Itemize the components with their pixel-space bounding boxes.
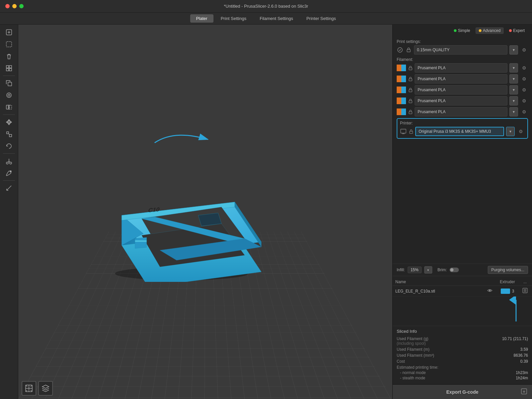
3d-model[interactable]: C10 [95,142,278,282]
infill-value[interactable]: 15% [408,267,422,273]
svg-rect-6 [6,69,9,71]
tab-plater[interactable]: Plater [190,14,213,23]
sliced-val-filament-g: 10.71 (211.71) [502,336,528,346]
printer-dropdown[interactable]: ▾ [506,127,515,136]
brim-toggle[interactable] [450,268,459,272]
svg-rect-5 [9,66,12,68]
sliced-key-filament-mm3: Used Filament (mm³) [397,353,434,358]
svg-rect-51 [407,50,410,52]
measure-btn[interactable] [2,182,16,194]
filament-5-gear[interactable]: ⚙ [520,108,528,116]
brim-label: Brim: [438,268,447,272]
svg-line-16 [9,134,9,134]
filament-5-dropdown[interactable]: ▾ [509,107,518,116]
move-btn[interactable] [2,116,16,128]
filament-1-dropdown[interactable]: ▾ [509,63,518,73]
filament-1-value[interactable]: Prusament PLA [415,63,507,73]
add-object-btn[interactable] [2,27,16,38]
mirror-btn[interactable] [2,101,16,113]
tab-print-settings[interactable]: Print Settings [215,14,252,23]
filament-3-value[interactable]: Prusament PLA [415,85,507,95]
window-title: *Untitled - PrusaSlicer-2.6.0 based on S… [224,4,308,9]
expert-mode-btn[interactable]: Expert [506,27,528,34]
simple-mode-btn[interactable]: Simple [451,27,473,34]
print-settings-dropdown[interactable]: ▾ [509,45,518,55]
filament-2-value[interactable]: Prusament PLA [415,74,507,84]
object-row-1[interactable]: LEG_ELE_R_C10a.stl 3 [393,286,532,297]
printer-lock-icon [409,128,413,135]
filament-swatch-1 [397,65,406,71]
separator-1 [3,76,15,76]
svg-marker-39 [198,213,221,226]
print-settings-gear[interactable]: ⚙ [520,46,528,54]
eye-icon[interactable] [487,288,492,294]
tab-printer-settings[interactable]: Printer Settings [300,14,342,23]
sliced-info: Sliced Info Used Filament (g)(including … [393,326,532,384]
filament-4-gear[interactable]: ⚙ [520,97,528,105]
object-visibility[interactable] [485,288,494,294]
object-settings-icon[interactable] [522,288,528,294]
filament-lock-1 [408,65,413,71]
filament-4-value[interactable]: Prusament PLA [415,96,507,105]
object-name: LEG_ELE_R_C10a.stl [395,289,485,294]
printer-gear[interactable]: ⚙ [517,127,525,135]
sliced-info-title: Sliced Info [397,329,528,334]
object-more[interactable] [521,288,529,294]
tab-filament-settings[interactable]: Filament Settings [254,14,299,23]
filament-row-5: Prusament PLA ▾ ⚙ [397,107,528,116]
minimize-button[interactable] [12,4,17,8]
sliced-val-filament-m: 3.59 [520,347,528,352]
svg-point-18 [10,162,12,164]
print-settings-value[interactable]: 0.15mm QUALITY [414,45,507,55]
sliced-val-cost: 0.39 [520,359,528,364]
expert-dot [509,29,512,32]
filament-row-1: Prusament PLA ▾ ⚙ [397,63,528,73]
instance-btn[interactable] [2,90,16,101]
purging-volumes-btn[interactable]: Purging volumes... [488,266,528,274]
filament-3-gear[interactable]: ⚙ [520,86,528,94]
export-gcode-bar[interactable]: Export G-code [393,384,532,399]
filament-5-value[interactable]: Prusament PLA [415,107,507,116]
svg-marker-49 [42,385,49,388]
filament-lock-5 [408,108,413,115]
printer-value[interactable]: Original Prusa i3 MK3S & MK3S+ MMU3 [415,127,504,136]
infill-dropdown[interactable]: ▾ [424,266,432,274]
scale-btn[interactable] [2,128,16,140]
svg-line-23 [7,186,11,190]
object-list-header: Name Extruder ... [393,278,532,286]
viewport[interactable]: C10 [18,25,392,399]
sliced-key-filament-m: Used Filament (m) [397,347,430,352]
filament-3-dropdown[interactable]: ▾ [509,85,518,95]
object-extruder[interactable]: 3 [494,289,521,294]
sliced-row-cost: Cost 0.39 [397,359,528,364]
filament-1-gear[interactable]: ⚙ [520,64,528,72]
svg-point-22 [10,171,11,172]
close-button[interactable] [5,4,10,8]
svg-rect-8 [8,82,12,86]
printer-label: Printer: [400,121,525,125]
svg-rect-37 [135,237,147,248]
export-gcode-label: Export G-code [446,389,478,395]
advanced-dot [479,29,481,32]
cut-btn[interactable] [2,155,16,167]
print-settings-row: 0.15mm QUALITY ▾ ⚙ [397,45,528,55]
main-area: C10 [0,25,532,399]
maximize-button[interactable] [19,4,24,8]
sliced-row-time: Estimated printing time: - normal mode 1… [397,365,528,380]
filament-2-gear[interactable]: ⚙ [520,75,528,83]
select-btn[interactable] [2,39,16,50]
advanced-mode-btn[interactable]: Advanced [475,27,504,34]
arrange-btn[interactable] [2,63,16,74]
delete-btn[interactable] [2,51,16,62]
perspective-view-btn[interactable] [22,381,36,396]
paint-btn[interactable] [2,167,16,179]
window-controls[interactable] [5,4,24,8]
filament-4-dropdown[interactable]: ▾ [509,96,518,105]
copy-btn[interactable] [2,78,16,89]
infill-label: Infill: [397,268,405,272]
layers-view-btn[interactable] [38,381,53,396]
sliced-row-filament-m: Used Filament (m) 3.59 [397,347,528,352]
filament-2-dropdown[interactable]: ▾ [509,74,518,84]
rotate-btn[interactable] [2,140,16,152]
viewport-controls[interactable] [22,381,53,396]
